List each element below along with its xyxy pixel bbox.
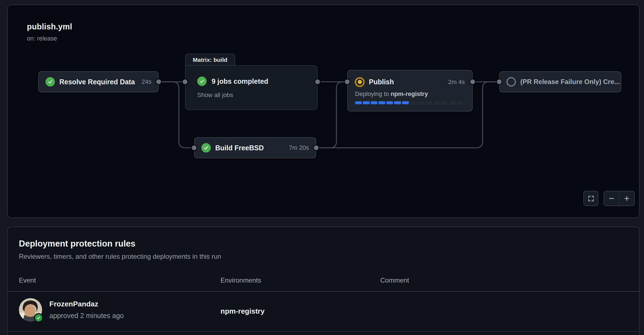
job-node-pr-release-failure[interactable]: (PR Release Failure Only) Cre...: [499, 71, 621, 92]
rules-title: Deployment protection rules: [19, 239, 135, 249]
progress-segment: [394, 101, 401, 104]
progress-segment: [355, 101, 362, 104]
deploy-status-text: Deploying to npm-registry: [355, 90, 465, 98]
table-header-divider: [8, 291, 639, 292]
in-progress-icon: [355, 77, 364, 87]
fullscreen-icon: [587, 195, 595, 202]
job-node-build-freebsd[interactable]: Build FreeBSD 7m 20s: [194, 137, 316, 158]
job-node-resolve-required-data[interactable]: Resolve Required Data 24s: [38, 71, 159, 92]
progress-segment: [363, 101, 369, 104]
progress-segment: [457, 101, 464, 104]
success-check-icon: [201, 143, 211, 153]
column-header-comment: Comment: [380, 276, 409, 284]
avatar: [19, 298, 42, 321]
zoom-out-button[interactable]: −: [604, 191, 619, 205]
progress-segment: [426, 101, 432, 104]
rules-subtitle: Reviewers, timers, and other rules prote…: [19, 253, 221, 260]
column-header-environments: Environments: [220, 276, 261, 284]
waiting-circle-icon: [506, 77, 516, 87]
table-row-divider: [8, 331, 639, 332]
deploy-progress-bar: [355, 101, 464, 104]
progress-segment: [418, 101, 424, 104]
workflow-trigger: on: release: [27, 35, 57, 42]
show-all-jobs-link[interactable]: Show all jobs: [197, 92, 305, 99]
deploy-target: npm-registry: [391, 90, 428, 97]
job-duration: 24s: [142, 78, 151, 85]
progress-segment: [433, 101, 440, 104]
progress-segment: [410, 101, 417, 104]
fullscreen-button[interactable]: [583, 191, 599, 206]
job-node-publish[interactable]: Publish 2m 4s Deploying to npm-registry: [347, 70, 473, 111]
environment-name: npm-registry: [220, 307, 265, 316]
matrix-summary-label: 9 jobs completed: [212, 77, 268, 85]
progress-segment: [386, 101, 393, 104]
job-label: (PR Release Failure Only) Cre...: [520, 78, 620, 86]
job-label: Resolve Required Data: [59, 78, 135, 86]
matrix-group-card[interactable]: 9 jobs completed Show all jobs: [185, 65, 318, 110]
progress-segment: [379, 101, 385, 104]
job-duration: 7m 20s: [289, 144, 309, 151]
job-duration: 2m 4s: [448, 78, 465, 86]
deployment-protection-rules-panel: Deployment protection rules Reviewers, t…: [7, 227, 640, 335]
success-check-icon: [197, 77, 207, 86]
progress-segment: [402, 101, 409, 104]
progress-segment: [441, 101, 448, 104]
approver-username: FrozenPandaz: [49, 300, 98, 308]
job-label: Build FreeBSD: [215, 144, 264, 152]
progress-segment: [371, 101, 377, 104]
job-label: Publish: [369, 78, 394, 86]
workflow-title: publish.yml: [27, 22, 72, 31]
workflow-graph-panel: publish.yml on: release: [7, 4, 640, 218]
zoom-controls: − +: [604, 191, 635, 206]
approval-status-text: approved 2 minutes ago: [49, 312, 124, 320]
zoom-in-button[interactable]: +: [619, 191, 634, 205]
progress-segment: [449, 101, 456, 104]
matrix-group-tab[interactable]: Matrix: build: [185, 54, 235, 66]
column-header-event: Event: [19, 276, 36, 284]
success-check-icon: [45, 77, 55, 87]
approved-check-badge: [34, 313, 43, 323]
